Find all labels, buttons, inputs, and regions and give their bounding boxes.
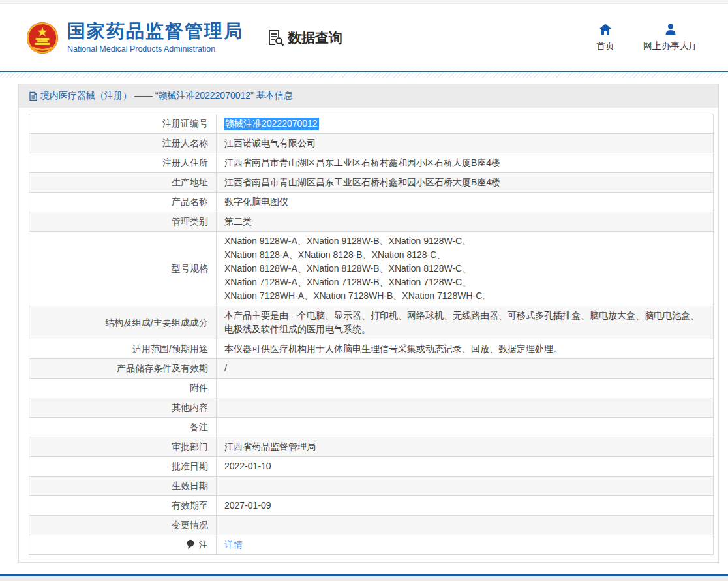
document-icon	[29, 91, 38, 101]
site-subtitle: National Medical Products Administration	[67, 44, 243, 54]
row-label: 有效期至	[29, 496, 217, 516]
row-label: 注册人名称	[29, 134, 217, 153]
table-row: 生效日期	[29, 477, 714, 496]
row-label: 批准日期	[29, 457, 217, 477]
row-label: 产品储存条件及有效期	[29, 359, 217, 379]
row-label: 审批部门	[29, 437, 217, 457]
row-value	[217, 398, 714, 418]
hatch-strip	[0, 72, 728, 78]
row-label: 注册人住所	[29, 153, 217, 173]
table-row: 注详情	[29, 535, 714, 555]
table-row: 备注	[29, 418, 714, 437]
detail-link[interactable]: 详情	[224, 539, 243, 550]
row-label: 结构及组成/主要组成成分	[29, 306, 217, 339]
row-value: 本仪器可供医疗机构用于人体脑电生理信号采集或动态记录、回放、数据定理处理。	[217, 339, 714, 359]
row-label: 管理类别	[29, 212, 217, 232]
row-value: XNation 9128W-A、XNation 9128W-B、XNation …	[217, 232, 714, 306]
row-value: 江西诺诚电气有限公司	[217, 134, 714, 153]
row-value: 江西省南昌市青山湖区昌东工业区石桥村鑫和园小区石桥大厦B座4楼	[217, 173, 714, 193]
table-row: 适用范围/预期用途本仪器可供医疗机构用于人体脑电生理信号采集或动态记录、回放、数…	[29, 339, 714, 359]
main-panel: 境内医疗器械（注册） —— “赣械注准20222070012” 基本信息 注册证…	[18, 84, 719, 563]
row-value: 江西省药品监督管理局	[217, 437, 714, 457]
table-row: 变更情况	[29, 516, 714, 535]
footer-strip	[0, 576, 728, 581]
row-value: 江西省南昌市青山湖区昌东工业区石桥村鑫和园小区石桥大厦B座4楼	[217, 153, 714, 173]
table-row: 批准日期2022-01-10	[29, 457, 714, 477]
row-label: 生效日期	[29, 477, 217, 496]
header-nav: 首页 网上办事大厅	[596, 23, 698, 52]
row-value: 详情	[217, 535, 714, 555]
row-value: 2022-01-10	[217, 457, 714, 477]
table-row: 有效期至2027-01-09	[29, 496, 714, 516]
row-label: 适用范围/预期用途	[29, 339, 217, 359]
data-query-section[interactable]: 数据查询	[267, 29, 342, 47]
table-row: 型号规格XNation 9128W-A、XNation 9128W-B、XNat…	[29, 232, 714, 306]
row-label: 型号规格	[29, 232, 217, 306]
table-row: 生产地址江西省南昌市青山湖区昌东工业区石桥村鑫和园小区石桥大厦B座4楼	[29, 173, 714, 193]
user-icon	[664, 23, 677, 36]
brand: 国家药品监督管理局 National Medical Products Admi…	[67, 22, 243, 54]
document-search-icon	[267, 29, 284, 46]
row-value	[217, 379, 714, 398]
row-value: 2027-01-09	[217, 496, 714, 516]
table-row: 结构及组成/主要组成成分本产品主要是由一个电脑、显示器、打印机、网络球机、无线路…	[29, 306, 714, 339]
row-label: 注册证编号	[29, 114, 217, 134]
breadcrumb-text: 境内医疗器械（注册） —— “赣械注准20222070012” 基本信息	[40, 90, 293, 102]
registration-info-table: 注册证编号赣械注准20222070012注册人名称江西诺诚电气有限公司注册人住所…	[29, 114, 714, 555]
table-row: 产品名称数字化脑电图仪	[29, 193, 714, 212]
row-value: 第二类	[217, 212, 714, 232]
table-row: 附件	[29, 379, 714, 398]
highlighted-text: 赣械注准20222070012	[224, 118, 319, 130]
site-title: 国家药品监督管理局	[67, 22, 243, 42]
table-row: 其他内容	[29, 398, 714, 418]
table-row: 审批部门江西省药品监督管理局	[29, 437, 714, 457]
row-value: /	[217, 359, 714, 379]
row-label: 附件	[29, 379, 217, 398]
nav-item-service-hall[interactable]: 网上办事大厅	[643, 23, 698, 52]
row-label: 其他内容	[29, 398, 217, 418]
row-label: 产品名称	[29, 193, 217, 212]
row-value: 数字化脑电图仪	[217, 193, 714, 212]
site-header: 国家药品监督管理局 National Medical Products Admi…	[0, 4, 728, 71]
nav-item-label: 网上办事大厅	[643, 40, 698, 52]
table-row: 产品储存条件及有效期/	[29, 359, 714, 379]
table-row: 注册人住所江西省南昌市青山湖区昌东工业区石桥村鑫和园小区石桥大厦B座4楼	[29, 153, 714, 173]
national-emblem-logo	[26, 22, 59, 54]
row-value: 赣械注准20222070012	[217, 114, 714, 134]
table-row: 注册人名称江西诺诚电气有限公司	[29, 134, 714, 153]
row-label: 注	[29, 535, 217, 555]
row-value: 本产品主要是由一个电脑、显示器、打印机、网络球机、无线路由器、可移式多孔插排盒、…	[217, 306, 714, 339]
home-icon	[599, 23, 612, 36]
row-label: 生产地址	[29, 173, 217, 193]
nav-item-label: 首页	[596, 40, 614, 52]
row-label: 变更情况	[29, 516, 217, 535]
nav-item-home[interactable]: 首页	[596, 23, 614, 52]
data-query-label: 数据查询	[288, 29, 342, 47]
breadcrumb: 境内医疗器械（注册） —— “赣械注准20222070012” 基本信息	[19, 84, 718, 108]
registration-info-table-body: 注册证编号赣械注准20222070012注册人名称江西诺诚电气有限公司注册人住所…	[29, 114, 714, 555]
row-value	[217, 477, 714, 496]
balloon-icon	[186, 539, 195, 550]
table-row: 管理类别第二类	[29, 212, 714, 232]
table-row: 注册证编号赣械注准20222070012	[29, 114, 714, 134]
row-label: 备注	[29, 418, 217, 437]
row-value	[217, 418, 714, 437]
row-value	[217, 516, 714, 535]
